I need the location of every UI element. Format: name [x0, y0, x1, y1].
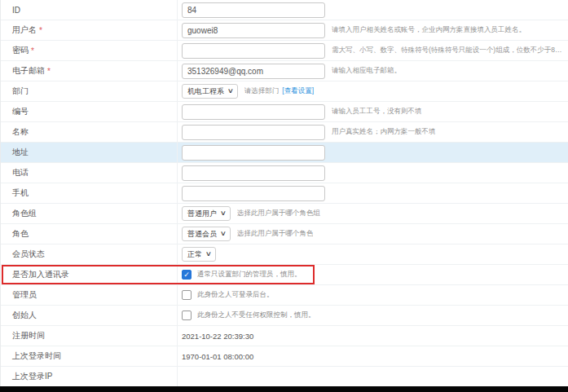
- field-label-username: 用户名*: [1, 20, 178, 40]
- label-text: 名称: [12, 126, 29, 138]
- label-text: 地址: [12, 147, 29, 158]
- field-label-address: 地址: [1, 143, 178, 162]
- employee-number-input[interactable]: [182, 104, 325, 120]
- field-control-role-group: 普通用户∨选择此用户属于哪个角色组: [178, 204, 568, 223]
- form-row-register-time: 注册时间2021-10-22 20:39:30: [1, 326, 568, 346]
- select-value: 正常: [187, 249, 202, 260]
- field-label-member-status: 会员状态: [1, 244, 178, 264]
- required-asterisk: *: [39, 26, 42, 35]
- user-edit-page: ID用户名*请填入用户相关姓名或账号，企业内网方案直接填入员工姓名。密码*需大写…: [0, 0, 568, 392]
- form-row-member-status: 会员状态正常∨: [1, 244, 568, 265]
- field-label-register-time: 注册时间: [1, 326, 178, 346]
- field-label-join-addressbook: 是否加入通讯录: [1, 265, 178, 284]
- label-text: 会员状态: [12, 249, 45, 260]
- label-text: 手机: [12, 187, 29, 199]
- label-text: 上次登录时间: [12, 350, 61, 362]
- address-input[interactable]: [182, 145, 325, 161]
- field-control-id: [178, 0, 568, 20]
- field-label-password: 密码*: [1, 41, 178, 60]
- field-label-admin: 管理员: [1, 285, 178, 305]
- password-input[interactable]: [182, 43, 325, 59]
- checkmark-icon: ✓: [183, 271, 190, 278]
- field-label-last-login-time: 上次登录时间: [1, 346, 178, 366]
- field-label-id: ID: [1, 0, 178, 20]
- label-text: 部门: [12, 86, 29, 97]
- field-label-role-group: 角色组: [1, 204, 178, 223]
- select-value: 普通会员: [187, 229, 217, 240]
- field-control-admin: 此身份之人可登录后台。: [178, 285, 568, 305]
- form-row-mobile: 手机: [1, 183, 568, 204]
- field-label-email: 电子邮箱*: [1, 61, 178, 81]
- realname-input[interactable]: [182, 125, 325, 140]
- field-label-mobile: 手机: [1, 183, 178, 203]
- username-hint: 请填入用户相关姓名或账号，企业内网方案直接填入员工姓名。: [332, 25, 526, 35]
- username-input[interactable]: [182, 23, 325, 38]
- founder-checkbox[interactable]: [182, 311, 192, 320]
- field-control-realname: 用户真实姓名；内网方案一般不填: [178, 122, 568, 142]
- form-row-username: 用户名*请填入用户相关姓名或账号，企业内网方案直接填入员工姓名。: [1, 20, 568, 41]
- label-text: ID: [12, 6, 20, 15]
- chevron-down-icon: ∨: [227, 88, 234, 95]
- bottom-black-bar: [0, 386, 568, 392]
- department-select[interactable]: 机电工程系∨: [182, 84, 238, 99]
- label-text: 创始人: [12, 310, 37, 321]
- field-control-employee-number: 请输入员工工号，没有则不填: [178, 102, 568, 121]
- label-text: 角色组: [12, 208, 37, 219]
- form-row-telephone: 电话: [1, 163, 568, 183]
- join-addressbook-checkbox[interactable]: ✓: [182, 270, 192, 280]
- employee-number-hint: 请输入员工工号，没有则不填: [332, 107, 422, 117]
- form-row-last-login-ip: 上次登录IP: [1, 367, 568, 387]
- mobile-input[interactable]: [182, 186, 325, 201]
- view-settings-link[interactable]: [查看设置]: [282, 86, 314, 96]
- form-row-role: 角色普通会员∨选择此用户属于哪个角色: [1, 224, 568, 244]
- form-row-role-group: 角色组普通用户∨选择此用户属于哪个角色组: [1, 204, 568, 224]
- field-control-role: 普通会员∨选择此用户属于哪个角色: [178, 224, 568, 244]
- label-text: 密码: [12, 45, 29, 56]
- form-row-last-login-time: 上次登录时间1970-01-01 08:00:00: [1, 346, 568, 367]
- label-text: 电话: [12, 167, 29, 178]
- form-row-email: 电子邮箱*请输入相应电子邮箱。: [1, 61, 568, 81]
- chevron-down-icon: ∨: [220, 231, 227, 237]
- form-row-realname: 名称用户真实姓名；内网方案一般不填: [1, 122, 568, 143]
- label-text: 电子邮箱: [12, 65, 45, 77]
- member-status-select[interactable]: 正常∨: [182, 247, 216, 262]
- label-text: 管理员: [12, 289, 37, 301]
- form-row-password: 密码*需大写、小写、数字、特殊符号(特殊符号只能设一个)组成，位数不少于8位。: [1, 41, 568, 61]
- email-input[interactable]: [182, 64, 325, 79]
- label-text: 是否加入通讯录: [12, 269, 69, 280]
- field-control-department: 机电工程系∨请选择部门[查看设置]: [178, 81, 568, 101]
- field-control-last-login-time: 1970-01-01 08:00:00: [178, 346, 568, 366]
- label-text: 注册时间: [12, 330, 45, 341]
- admin-checkbox[interactable]: [182, 290, 192, 300]
- field-control-username: 请填入用户相关姓名或账号，企业内网方案直接填入员工姓名。: [178, 20, 568, 40]
- field-label-role: 角色: [1, 224, 178, 244]
- field-control-mobile: [178, 183, 568, 203]
- field-label-last-login-ip: 上次登录IP: [1, 367, 178, 386]
- form-row-join-addressbook: 是否加入通讯录✓通常只设置部门的管理员，慎用。: [1, 265, 568, 285]
- field-label-telephone: 电话: [1, 163, 178, 183]
- label-text: 上次登录IP: [12, 371, 52, 382]
- founder-hint: 此身份之人不受任何权限控制，慎用。: [197, 311, 315, 320]
- field-control-last-login-ip: [178, 367, 568, 386]
- field-control-email: 请输入相应电子邮箱。: [178, 61, 568, 81]
- form-row-admin: 管理员此身份之人可登录后台。: [1, 285, 568, 306]
- telephone-input[interactable]: [182, 165, 325, 181]
- id-input[interactable]: [182, 2, 325, 18]
- field-label-founder: 创始人: [1, 306, 178, 325]
- form-row-founder: 创始人此身份之人不受任何权限控制，慎用。: [1, 306, 568, 326]
- required-asterisk: *: [31, 46, 34, 55]
- role-group-select[interactable]: 普通用户∨: [182, 206, 231, 221]
- last-login-time-value: 1970-01-01 08:00:00: [182, 352, 253, 361]
- field-control-join-addressbook: ✓通常只设置部门的管理员，慎用。: [178, 265, 568, 284]
- register-time-value: 2021-10-22 20:39:30: [182, 332, 253, 341]
- label-text: 角色: [12, 228, 29, 240]
- email-hint: 请输入相应电子邮箱。: [332, 66, 401, 76]
- role-hint: 选择此用户属于哪个角色: [237, 229, 314, 239]
- field-control-register-time: 2021-10-22 20:39:30: [178, 326, 568, 346]
- form-row-department: 部门机电工程系∨请选择部门[查看设置]: [1, 81, 568, 102]
- label-text: 用户名: [12, 24, 37, 36]
- field-control-password: 需大写、小写、数字、特殊符号(特殊符号只能设一个)组成，位数不少于8位。: [178, 41, 568, 60]
- admin-hint: 此身份之人可登录后台。: [197, 290, 274, 300]
- role-select[interactable]: 普通会员∨: [182, 227, 231, 241]
- field-label-realname: 名称: [1, 122, 178, 142]
